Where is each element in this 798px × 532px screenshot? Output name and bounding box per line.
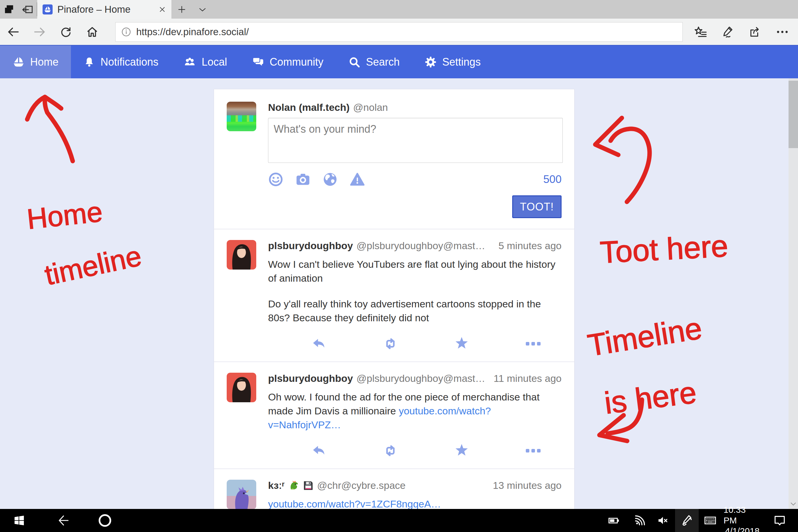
nav-tab-home[interactable]: Home bbox=[0, 45, 71, 78]
avatar[interactable] bbox=[227, 373, 256, 402]
settings-more-button[interactable] bbox=[773, 22, 792, 42]
nav-tab-search[interactable]: Search bbox=[336, 45, 412, 78]
address-bar[interactable]: https://dev.pinafore.social/ bbox=[115, 22, 683, 42]
emoji-picker-icon[interactable] bbox=[268, 172, 283, 187]
nav-label: Local bbox=[202, 56, 227, 68]
nav-label: Home bbox=[30, 56, 58, 68]
tab-title: Pinafore – Home bbox=[57, 4, 154, 15]
battery-status[interactable] bbox=[604, 509, 624, 532]
avatar[interactable] bbox=[227, 102, 256, 131]
dragon-emoji-icon bbox=[288, 480, 299, 491]
post-handle: @plsburydoughboy@mastodon.s… bbox=[357, 373, 486, 384]
post-time: 13 minutes ago bbox=[489, 480, 562, 491]
tab-preview-button[interactable] bbox=[18, 0, 37, 19]
wifi-icon bbox=[633, 514, 646, 527]
boost-icon bbox=[382, 336, 398, 351]
content-warning-icon[interactable] bbox=[350, 172, 365, 187]
windows-logo-icon bbox=[13, 514, 25, 527]
favorites-hub-icon bbox=[694, 25, 707, 39]
tab-list-chevron-icon bbox=[198, 5, 207, 14]
wifi-status[interactable] bbox=[629, 509, 650, 532]
post-link[interactable]: youtube.com/watch?v=1ZCF8ngqeA… bbox=[268, 498, 441, 509]
post-time: 11 minutes ago bbox=[490, 373, 562, 384]
taskbar-back-button[interactable] bbox=[50, 509, 77, 532]
active-tab[interactable]: Pinafore – Home bbox=[37, 0, 171, 19]
post-body: Wow I can't believe YouTubers are flat o… bbox=[268, 258, 562, 325]
more-icon bbox=[776, 25, 789, 39]
keyboard-icon bbox=[703, 514, 718, 527]
touch-keyboard-button[interactable] bbox=[700, 509, 721, 532]
boost-button[interactable] bbox=[382, 443, 399, 458]
nav-tab-local[interactable]: Local bbox=[171, 45, 240, 78]
toot-button[interactable]: TOOT! bbox=[512, 195, 562, 218]
volume-status[interactable] bbox=[652, 509, 673, 532]
nav-tab-settings[interactable]: Settings bbox=[412, 45, 493, 78]
scrollbar-thumb[interactable] bbox=[788, 81, 798, 148]
upload-media-icon[interactable] bbox=[295, 172, 311, 187]
post-3: kɜːʳ @chr@cybre.space bbox=[227, 469, 562, 509]
gear-icon bbox=[424, 56, 437, 68]
reply-button[interactable] bbox=[310, 443, 328, 458]
compose-textarea[interactable] bbox=[268, 118, 563, 163]
post-privacy-icon[interactable] bbox=[322, 172, 338, 187]
nav-tab-notifications[interactable]: Notifications bbox=[71, 45, 171, 78]
taskbar-clock[interactable]: 10:33 PM 4/1/2018 bbox=[723, 509, 760, 532]
back-button[interactable] bbox=[0, 19, 26, 45]
avatar[interactable] bbox=[227, 240, 256, 269]
tab-preview-icon bbox=[21, 3, 34, 15]
close-tab-icon[interactable] bbox=[158, 6, 166, 13]
avatar[interactable] bbox=[227, 480, 256, 509]
windows-ink-button[interactable] bbox=[675, 509, 699, 532]
web-note-button[interactable] bbox=[718, 22, 738, 42]
browser-toolbar: https://dev.pinafore.social/ bbox=[0, 19, 798, 45]
url-text[interactable]: https://dev.pinafore.social/ bbox=[136, 26, 249, 38]
refresh-button[interactable] bbox=[53, 19, 79, 45]
favorite-button[interactable] bbox=[453, 443, 471, 458]
nav-label: Notifications bbox=[100, 56, 158, 68]
new-tab-button[interactable] bbox=[171, 0, 192, 19]
forward-icon bbox=[33, 25, 46, 38]
share-button[interactable] bbox=[745, 22, 765, 42]
reply-button[interactable] bbox=[310, 336, 328, 351]
post-body: youtube.com/watch?v=1ZCF8ngqeA… bbox=[268, 497, 562, 509]
boost-button[interactable] bbox=[382, 336, 399, 351]
more-options-button[interactable] bbox=[524, 342, 542, 345]
star-icon bbox=[453, 336, 470, 352]
battery-icon bbox=[607, 515, 621, 526]
post-display-name[interactable]: plsburydoughboy bbox=[268, 240, 353, 251]
char-count: 500 bbox=[543, 173, 562, 186]
bell-icon bbox=[83, 56, 95, 68]
nav-tab-community[interactable]: Community bbox=[240, 45, 336, 78]
nav-label: Settings bbox=[442, 56, 480, 68]
tab-list-button[interactable] bbox=[192, 0, 213, 19]
home-button[interactable] bbox=[79, 19, 105, 45]
post-display-name[interactable]: kɜːʳ bbox=[268, 480, 285, 491]
post-1: plsburydoughboy @plsburydoughboy@mastodo… bbox=[227, 229, 562, 361]
cortana-button[interactable] bbox=[92, 509, 118, 532]
more-options-button[interactable] bbox=[524, 449, 542, 453]
refresh-icon bbox=[60, 26, 72, 38]
browser-tab-strip: Pinafore – Home bbox=[0, 0, 798, 19]
clock-date: 4/1/2018 bbox=[725, 526, 760, 532]
post-display-name[interactable]: plsburydoughboy bbox=[268, 373, 353, 384]
post-time: 5 minutes ago bbox=[494, 240, 562, 251]
favorites-hub-button[interactable] bbox=[691, 22, 710, 42]
forward-button[interactable] bbox=[26, 19, 53, 45]
cortana-circle-icon bbox=[97, 513, 113, 528]
set-tabs-aside-icon bbox=[3, 3, 15, 15]
start-button[interactable] bbox=[9, 509, 30, 532]
set-tabs-aside-button[interactable] bbox=[0, 0, 18, 19]
pen-icon bbox=[680, 514, 694, 527]
timeline-card: Nolan (malf.tech) @nolan bbox=[214, 89, 574, 509]
nav-label: Community bbox=[269, 56, 323, 68]
timeline-page: Nolan (malf.tech) @nolan bbox=[0, 78, 798, 509]
share-icon bbox=[748, 25, 762, 39]
sailboat-icon bbox=[13, 56, 25, 68]
site-info-icon[interactable] bbox=[121, 26, 132, 37]
favorite-button[interactable] bbox=[453, 336, 471, 352]
compose-handle: @nolan bbox=[353, 102, 388, 113]
page-scrollbar[interactable] bbox=[788, 78, 798, 509]
scroll-down-icon[interactable] bbox=[790, 501, 797, 507]
action-center-button[interactable] bbox=[768, 509, 792, 532]
new-tab-icon bbox=[177, 5, 186, 14]
